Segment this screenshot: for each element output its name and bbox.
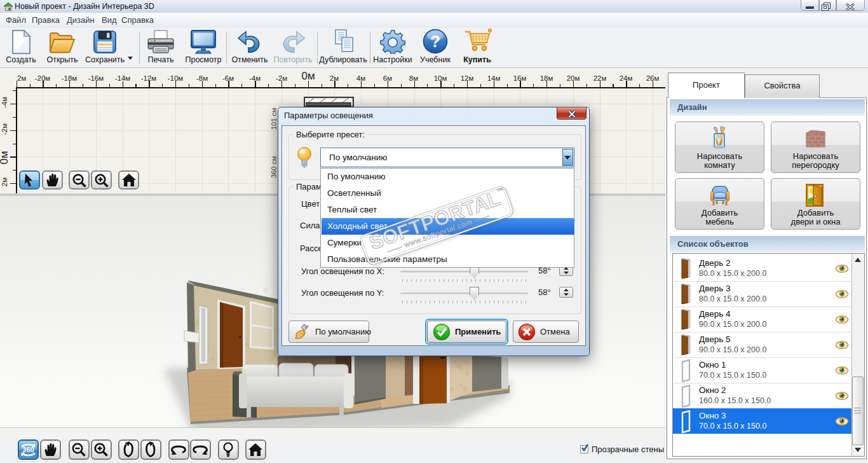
svg-text:?: ? xyxy=(430,32,440,51)
svg-text:360: 360 xyxy=(22,446,34,453)
